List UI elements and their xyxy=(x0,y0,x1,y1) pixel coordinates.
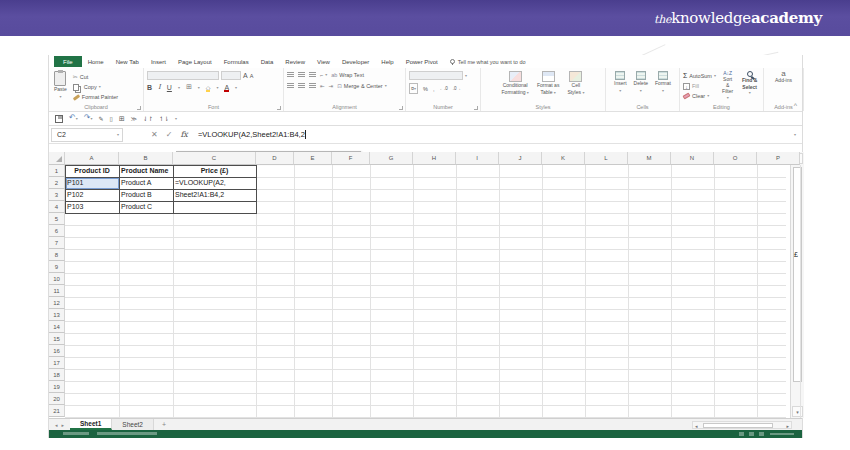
view-layout-icon[interactable] xyxy=(749,432,754,436)
enter-icon[interactable]: ✓ xyxy=(166,130,173,139)
qat-customize-icon[interactable]: ▾ xyxy=(175,116,177,121)
grid-cell-C1[interactable]: Price (£) xyxy=(173,165,256,177)
clear-button[interactable]: Clear▾ xyxy=(683,92,716,100)
horizontal-scrollbar[interactable]: ◂ ▸ xyxy=(692,421,792,429)
ribbon-tab-insert[interactable]: Insert xyxy=(145,59,172,65)
shrink-font-button[interactable]: A xyxy=(250,72,254,80)
name-box-dropdown-icon[interactable]: ▾ xyxy=(117,132,119,137)
fill-button[interactable]: ↓Fill xyxy=(683,82,716,90)
sheet-tab-sheet1[interactable]: Sheet1 xyxy=(70,419,112,430)
ribbon-tab-formulas[interactable]: Formulas xyxy=(218,59,255,65)
merge-center-button[interactable]: ⊡Merge & Center▾ xyxy=(337,82,386,90)
grid-cell-A3[interactable]: P102 xyxy=(65,189,119,201)
qat-sort-asc-icon[interactable]: ⇃↾ xyxy=(143,114,153,124)
row-header-21[interactable]: 21 xyxy=(49,405,65,417)
row-header-11[interactable]: 11 xyxy=(49,285,65,297)
sheet-nav[interactable]: ◂▸ xyxy=(49,419,70,430)
qat-sort-desc-icon[interactable]: ↿⇂ xyxy=(159,114,169,124)
grid-cell-A1[interactable]: Product ID xyxy=(65,165,119,177)
column-header-G[interactable]: G xyxy=(370,152,413,165)
select-all-corner[interactable] xyxy=(49,152,65,165)
column-header-N[interactable]: N xyxy=(671,152,714,165)
sheet-nav-left-icon[interactable]: ◂ xyxy=(55,422,58,428)
grid-cell-A4[interactable]: P103 xyxy=(65,201,119,213)
column-header-A[interactable]: A xyxy=(65,152,119,165)
vertical-scrollbar[interactable]: ▴ ▾ xyxy=(790,152,804,418)
ribbon-tab-new-tab[interactable]: New Tab xyxy=(110,59,145,65)
column-header-B[interactable]: B xyxy=(119,152,173,165)
align-left-icon[interactable] xyxy=(287,83,294,89)
font-size-box[interactable] xyxy=(221,71,241,80)
scroll-right-icon[interactable]: ▸ xyxy=(786,423,789,429)
row-header-4[interactable]: 4 xyxy=(49,201,65,213)
cell-styles-button[interactable]: CellStyles ▾ xyxy=(565,71,586,101)
ribbon-tab-view[interactable]: View xyxy=(311,59,336,65)
insert-function-icon[interactable]: fx xyxy=(180,130,187,139)
grid-cell-B3[interactable]: Product B xyxy=(119,189,173,201)
sheet-tab-sheet2[interactable]: Sheet2 xyxy=(112,419,154,430)
row-header-15[interactable]: 15 xyxy=(49,333,65,345)
row-header-12[interactable]: 12 xyxy=(49,297,65,309)
column-header-C[interactable]: C xyxy=(173,152,256,165)
bold-button[interactable]: B xyxy=(147,84,152,91)
column-header-F[interactable]: F xyxy=(332,152,370,165)
column-header-O[interactable]: O xyxy=(714,152,757,165)
row-header-16[interactable]: 16 xyxy=(49,345,65,357)
align-right-icon[interactable] xyxy=(309,83,316,89)
grid-cell-B1[interactable]: Product Name xyxy=(119,165,173,177)
view-normal-icon[interactable] xyxy=(739,432,744,436)
qat-new-file-icon[interactable]: ▯ xyxy=(109,114,112,124)
increase-indent-button[interactable]: ⇥ xyxy=(329,82,334,90)
copy-button[interactable]: Copy▾ xyxy=(73,83,118,91)
qat-format-painter-icon[interactable]: ✎ xyxy=(98,114,103,124)
alignment-dialog-launcher[interactable] xyxy=(399,106,403,110)
ribbon-tab-home[interactable]: Home xyxy=(82,59,110,65)
new-sheet-button[interactable]: + xyxy=(154,419,174,430)
row-header-10[interactable]: 10 xyxy=(49,273,65,285)
row-header-18[interactable]: 18 xyxy=(49,369,65,381)
ribbon-tab-help[interactable]: Help xyxy=(375,59,399,65)
horizontal-scroll-thumb[interactable] xyxy=(703,423,773,428)
conditional-formatting-button[interactable]: ConditionalFormatting ▾ xyxy=(500,71,531,101)
name-box[interactable]: C2▾ xyxy=(51,128,123,142)
zoom-slider[interactable] xyxy=(770,433,794,435)
grid-cell-A2[interactable]: P101 xyxy=(65,177,119,189)
column-header-L[interactable]: L xyxy=(585,152,628,165)
font-dialog-launcher[interactable] xyxy=(277,106,281,110)
column-header-M[interactable]: M xyxy=(628,152,671,165)
ribbon-tab-page-layout[interactable]: Page Layout xyxy=(172,59,218,65)
grow-font-button[interactable]: A xyxy=(243,72,248,80)
collapse-ribbon-button[interactable]: ^ xyxy=(794,102,797,109)
column-header-P[interactable]: P xyxy=(757,152,800,165)
percent-button[interactable]: % xyxy=(423,85,428,93)
paste-button[interactable]: Paste▾ xyxy=(52,71,69,101)
borders-button[interactable]: ⊞ xyxy=(186,83,192,91)
qat-fill-icon[interactable]: ≫ xyxy=(131,114,137,124)
cut-button[interactable]: ✂Cut xyxy=(73,73,118,81)
font-name-box[interactable] xyxy=(147,71,219,80)
grid-cell-P8[interactable]: £ xyxy=(757,249,800,261)
cancel-icon[interactable]: ✕ xyxy=(151,130,158,139)
addins-button[interactable]: a Add-ins xyxy=(773,71,794,101)
clipboard-dialog-launcher[interactable] xyxy=(137,106,141,110)
save-icon[interactable] xyxy=(55,115,63,123)
autosum-button[interactable]: ΣAutoSum▾ xyxy=(683,72,716,80)
undo-icon[interactable]: ↶▾ xyxy=(69,113,78,124)
comma-button[interactable]: , xyxy=(433,85,435,93)
row-header-13[interactable]: 13 xyxy=(49,309,65,321)
row-header-19[interactable]: 19 xyxy=(49,381,65,393)
delete-cells-button[interactable]: Delete▾ xyxy=(632,71,650,101)
font-color-button[interactable]: A xyxy=(224,84,229,91)
ribbon-tab-data[interactable]: Data xyxy=(255,59,280,65)
align-bottom-icon[interactable] xyxy=(309,72,316,78)
ribbon-tab-review[interactable]: Review xyxy=(279,59,311,65)
row-header-14[interactable]: 14 xyxy=(49,321,65,333)
tell-me-box[interactable]: Tell me what you want to do xyxy=(450,59,526,65)
row-header-7[interactable]: 7 xyxy=(49,237,65,249)
scroll-left-icon[interactable]: ◂ xyxy=(695,423,698,429)
qat-borders-icon[interactable]: ⊞ xyxy=(119,114,125,124)
grid-cell-C3[interactable]: Sheet2!A1:B4,2 xyxy=(173,189,256,201)
grid-cell-B4[interactable]: Product C xyxy=(119,201,173,213)
sheet-nav-right-icon[interactable]: ▸ xyxy=(62,422,65,428)
align-middle-icon[interactable] xyxy=(298,72,305,78)
